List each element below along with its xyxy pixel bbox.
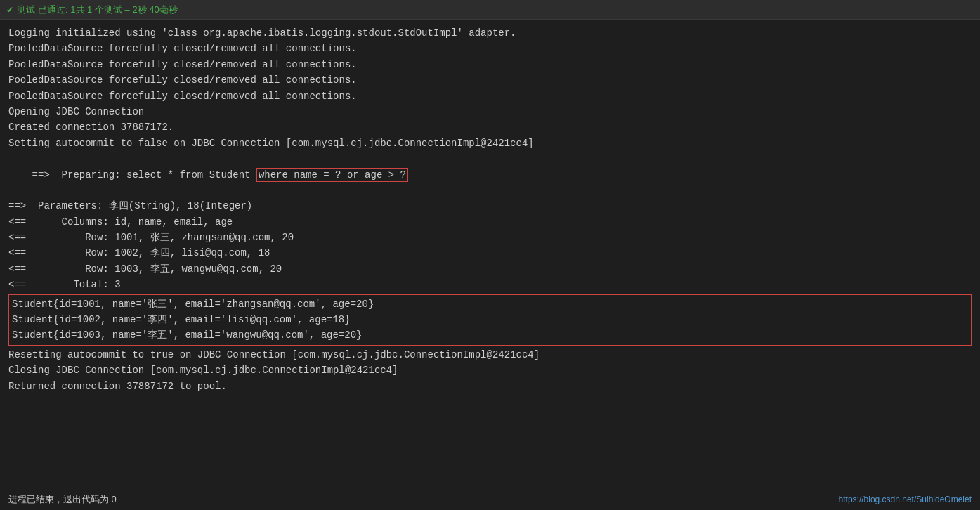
log-line-8: Setting autocommit to false on JDBC Conn… bbox=[8, 136, 972, 151]
result-line-2: Student{id=1002, name='李四', email='lisi@… bbox=[9, 312, 971, 327]
params-line: ==> Parameters: 李四(String), 18(Integer) bbox=[8, 198, 972, 214]
bottom-bar: 进程已结束，退出代码为 0 https://blog.csdn.net/Suih… bbox=[0, 488, 980, 510]
row-line-3: <== Row: 1003, 李五, wangwu@qq.com, 20 bbox=[8, 261, 972, 277]
result-box: Student{id=1001, name='张三', email='zhang… bbox=[8, 294, 972, 346]
log-line-6: Opening JDBC Connection bbox=[8, 104, 972, 119]
console-area: Logging initialized using 'class org.apa… bbox=[0, 20, 980, 488]
log-line-5: PooledDataSource forcefully closed/remov… bbox=[8, 89, 972, 104]
log-line-3: PooledDataSource forcefully closed/remov… bbox=[8, 57, 972, 72]
log-line-2: PooledDataSource forcefully closed/remov… bbox=[8, 41, 972, 56]
status-text: 测试 已通过: 1共 1 个测试 – 2秒 40毫秒 bbox=[17, 4, 177, 16]
after-line-1: Resetting autocommit to true on JDBC Con… bbox=[8, 347, 972, 362]
url-link: https://blog.csdn.net/SuihideOmelet bbox=[839, 495, 972, 504]
process-status: 进程已结束，退出代码为 0 bbox=[8, 493, 117, 506]
log-line-7: Created connection 37887172. bbox=[8, 119, 972, 135]
sql-preparing-line: ==> Preparing: select * from Student whe… bbox=[8, 151, 972, 198]
log-line-1: Logging initialized using 'class org.apa… bbox=[8, 25, 972, 41]
after-line-3: Returned connection 37887172 to pool. bbox=[8, 379, 972, 394]
check-icon: ✔ bbox=[7, 4, 13, 15]
total-line: <== Total: 3 bbox=[8, 277, 972, 292]
top-bar: ✔ 测试 已通过: 1共 1 个测试 – 2秒 40毫秒 bbox=[0, 0, 980, 20]
after-line-2: Closing JDBC Connection [com.mysql.cj.jd… bbox=[8, 362, 972, 378]
sql-prefix: ==> Preparing: select * from Student bbox=[32, 169, 256, 181]
sql-highlighted: where name = ? or age > ? bbox=[256, 168, 408, 182]
row-line-2: <== Row: 1002, 李四, lisi@qq.com, 18 bbox=[8, 245, 972, 261]
columns-line: <== Columns: id, name, email, age bbox=[8, 214, 972, 230]
result-line-1: Student{id=1001, name='张三', email='zhang… bbox=[9, 296, 971, 312]
row-line-1: <== Row: 1001, 张三, zhangsan@qq.com, 20 bbox=[8, 230, 972, 245]
log-line-4: PooledDataSource forcefully closed/remov… bbox=[8, 72, 972, 88]
result-line-3: Student{id=1003, name='李五', email='wangw… bbox=[9, 327, 971, 343]
